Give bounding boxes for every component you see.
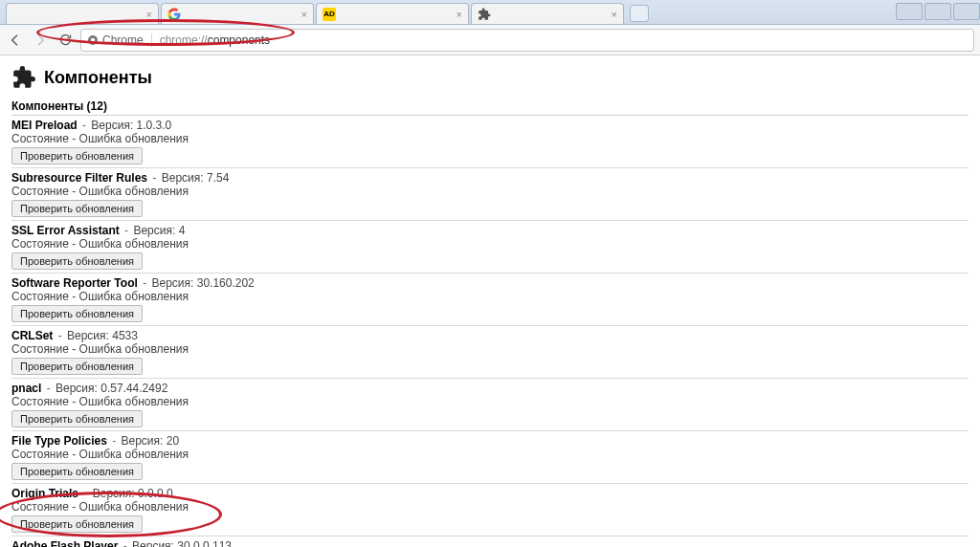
- page-title: Компоненты: [44, 68, 152, 88]
- new-tab-button[interactable]: [630, 5, 649, 22]
- close-icon[interactable]: ×: [457, 9, 462, 20]
- version-label: Версия:: [67, 329, 112, 342]
- check-updates-button[interactable]: Проверить обновления: [11, 410, 143, 427]
- component-row: SSL Error Assistant - Версия: 4Состояние…: [11, 221, 969, 274]
- close-icon[interactable]: ×: [612, 9, 617, 20]
- component-row: File Type Policies - Версия: 20Состояние…: [11, 431, 969, 484]
- back-button[interactable]: [6, 31, 25, 50]
- version-value: 20: [167, 434, 179, 448]
- component-name: MEI Preload: [11, 119, 78, 132]
- component-name: pnacl: [11, 382, 41, 395]
- minimize-button[interactable]: [896, 3, 923, 20]
- components-list: MEI Preload - Версия: 1.0.3.0Состояние -…: [11, 116, 969, 547]
- page-content: Компоненты Компоненты (12) MEI Preload -…: [0, 55, 980, 547]
- favicon-ad: AD: [323, 8, 336, 21]
- component-name: SSL Error Assistant: [11, 224, 120, 237]
- component-row: CRLSet - Версия: 4533Состояние - Ошибка …: [11, 326, 969, 379]
- component-status: Состояние - Ошибка обновления: [11, 395, 969, 408]
- address-bar[interactable]: Chrome chrome://components: [80, 29, 974, 52]
- version-value: 30.160.202: [197, 276, 255, 290]
- component-name: CRLSet: [11, 329, 53, 342]
- favicon-blank: [12, 8, 26, 21]
- security-chip-label: Chrome: [102, 33, 144, 47]
- component-name: File Type Policies: [11, 434, 107, 448]
- close-window-button[interactable]: [953, 3, 980, 20]
- component-name: Adobe Flash Player: [11, 539, 118, 547]
- component-name: Origin Trials: [11, 487, 78, 500]
- browser-tab[interactable]: AD ×: [316, 3, 469, 24]
- version-label: Версия:: [56, 382, 100, 395]
- check-updates-button[interactable]: Проверить обновления: [11, 252, 143, 270]
- component-row: Adobe Flash Player - Версия: 30.0.0.113С…: [11, 536, 969, 547]
- version-label: Версия:: [91, 119, 136, 132]
- version-value: 7.54: [207, 171, 229, 185]
- security-chip: Chrome: [87, 33, 152, 47]
- version-label: Версия:: [133, 224, 178, 237]
- browser-tab[interactable]: ×: [161, 3, 314, 24]
- component-status: Состояние - Ошибка обновления: [11, 290, 969, 303]
- component-row: Subresource Filter Rules - Версия: 7.54С…: [11, 168, 969, 221]
- version-label: Версия:: [151, 276, 196, 290]
- favicon-google: [167, 8, 181, 21]
- version-value: 4533: [112, 329, 138, 342]
- section-title: Компоненты (12): [11, 99, 969, 116]
- reload-button[interactable]: [56, 31, 75, 50]
- page-header: Компоненты: [11, 65, 969, 90]
- version-value: 0.0.0.0: [138, 487, 173, 500]
- check-updates-button[interactable]: Проверить обновления: [11, 305, 143, 322]
- browser-tab[interactable]: ×: [6, 3, 159, 24]
- version-label: Версия:: [162, 171, 207, 185]
- component-status: Состояние - Ошибка обновления: [11, 185, 969, 198]
- close-icon[interactable]: ×: [301, 9, 307, 20]
- component-status: Состояние - Ошибка обновления: [11, 342, 969, 356]
- component-status: Состояние - Ошибка обновления: [11, 500, 969, 514]
- check-updates-button[interactable]: Проверить обновления: [11, 358, 143, 375]
- component-status: Состояние - Ошибка обновления: [11, 237, 969, 251]
- component-row: Software Reporter Tool - Версия: 30.160.…: [11, 274, 969, 326]
- version-label: Версия:: [132, 539, 177, 547]
- maximize-button[interactable]: [924, 3, 951, 20]
- check-updates-button[interactable]: Проверить обновления: [11, 515, 143, 533]
- tab-strip: × × AD × ×: [0, 0, 980, 25]
- check-updates-button[interactable]: Проверить обновления: [11, 463, 143, 480]
- check-updates-button[interactable]: Проверить обновления: [11, 200, 143, 217]
- component-name: Subresource Filter Rules: [11, 171, 147, 185]
- close-icon[interactable]: ×: [146, 9, 152, 20]
- version-value: 30.0.0.113: [177, 539, 232, 547]
- component-name: Software Reporter Tool: [11, 276, 138, 290]
- window-caption-buttons: [894, 0, 980, 24]
- svg-point-1: [91, 37, 96, 42]
- component-status: Состояние - Ошибка обновления: [11, 132, 969, 145]
- chrome-icon: [87, 34, 99, 46]
- version-value: 1.0.3.0: [137, 119, 172, 132]
- version-label: Версия:: [93, 487, 138, 500]
- component-status: Состояние - Ошибка обновления: [11, 448, 969, 461]
- puzzle-icon: [11, 65, 36, 90]
- browser-tab[interactable]: ×: [471, 3, 624, 24]
- component-row: Origin Trials - Версия: 0.0.0.0Состояние…: [11, 484, 969, 536]
- url-text: chrome://components: [160, 33, 270, 47]
- version-value: 0.57.44.2492: [100, 382, 167, 395]
- version-value: 4: [179, 224, 186, 237]
- forward-button[interactable]: [31, 31, 50, 50]
- extension-icon: [478, 8, 491, 21]
- toolbar: Chrome chrome://components: [0, 25, 980, 55]
- component-row: MEI Preload - Версия: 1.0.3.0Состояние -…: [11, 116, 969, 168]
- component-row: pnacl - Версия: 0.57.44.2492Состояние - …: [11, 379, 969, 431]
- check-updates-button[interactable]: Проверить обновления: [11, 147, 143, 164]
- version-label: Версия:: [122, 434, 167, 448]
